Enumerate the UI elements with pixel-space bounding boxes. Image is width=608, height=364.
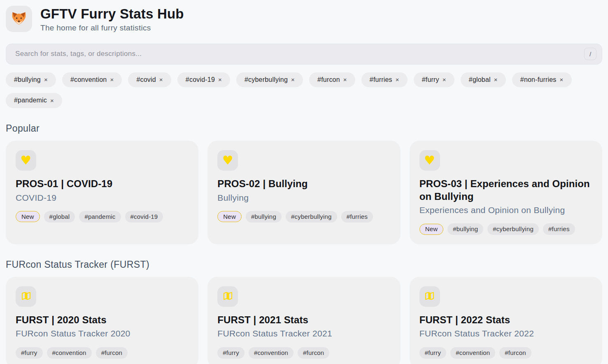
card-subtitle: FURcon Status Tracker 2020 [16,328,189,339]
card-title: FURST | 2022 Stats [419,314,592,326]
card-tag: #bullying [447,223,483,235]
card-tag-list: New #global#pandemic#covid-19 [16,211,189,223]
sections: Popular ♥ PROS-01 | COVID-19 COVID-19 Ne… [6,123,602,364]
stat-card[interactable]: ♥ PROS-03 | Experiences and Opinion on B… [410,141,602,244]
keyboard-shortcut-hint: / [584,48,596,60]
remove-filter-icon[interactable]: × [560,76,564,83]
map-icon [222,290,233,303]
remove-filter-icon[interactable]: × [110,76,114,83]
card-tag: #furry [16,347,43,359]
card-tag: #furcon [499,347,531,359]
card-icon-holder [217,286,238,307]
remove-filter-icon[interactable]: × [443,76,446,83]
remove-filter-icon[interactable]: × [159,76,163,83]
section: Popular ♥ PROS-01 | COVID-19 COVID-19 Ne… [6,123,602,244]
filter-chip-label: #furry [422,76,439,84]
page-title: GFTV Furry Stats Hub [40,6,184,22]
card-icon-holder [419,286,440,307]
filter-chip-label: #covid [136,76,156,84]
card-tag: #furry [419,347,447,359]
card-tag: #convention [450,347,495,359]
card-tag-list: #furry#convention#furcon [419,347,592,359]
card-title: FURST | 2020 Stats [16,314,189,326]
card-tag: #convention [47,347,92,359]
filter-chip-list: #bullying × #convention × #covid × #covi… [6,72,602,109]
card-subtitle: Experiences and Opinion on Bullying [419,205,592,216]
card-tag: #furry [217,347,245,359]
filter-chip[interactable]: #furry × [414,72,454,88]
filter-chip-label: #furries [370,76,392,84]
remove-filter-icon[interactable]: × [50,97,54,104]
card-tag: #furries [543,223,575,235]
card-tag-list: #furry#convention#furcon [16,347,189,359]
heart-icon: ♥ [222,154,233,167]
filter-chip[interactable]: #convention × [62,72,122,88]
title-block: GFTV Furry Stats Hub The home for all fu… [40,6,184,32]
card-grid: FURST | 2020 Stats FURcon Status Tracker… [6,277,602,364]
card-tag: #furries [341,211,373,223]
card-tag: #bullying [246,211,282,223]
stat-card[interactable]: FURST | 2021 Stats FURcon Status Tracker… [207,277,400,364]
stat-card[interactable]: ♥ PROS-01 | COVID-19 COVID-19 New #globa… [6,141,198,244]
filter-chip[interactable]: #covid × [128,72,171,88]
filter-chip[interactable]: #furries × [361,72,408,88]
card-tag: #convention [249,347,294,359]
filter-chip[interactable]: #covid-19 × [177,72,230,88]
search-bar: / [6,44,602,65]
card-title: PROS-02 | Bullying [217,178,390,190]
card-subtitle: FURcon Status Tracker 2021 [217,328,390,339]
card-title: PROS-01 | COVID-19 [16,178,189,190]
remove-filter-icon[interactable]: × [291,76,295,83]
card-tag-list: New #bullying#cyberbullying#furries [419,223,592,235]
new-badge: New [217,211,242,222]
card-subtitle: COVID-19 [16,192,189,203]
filter-chip-label: #global [469,76,491,84]
card-tag: #cyberbullying [286,211,337,223]
stat-card[interactable]: FURST | 2022 Stats FURcon Status Tracker… [410,277,602,364]
card-title: PROS-03 | Experiences and Opinion on Bul… [419,178,592,202]
card-title: FURST | 2021 Stats [217,314,390,326]
filter-chip-label: #covid-19 [186,76,215,84]
remove-filter-icon[interactable]: × [396,76,399,83]
map-icon [21,290,32,303]
app-logo [6,6,32,32]
card-tag: #furcon [298,347,329,359]
filter-chip-label: #furcon [317,76,340,84]
map-icon [424,290,435,303]
card-grid: ♥ PROS-01 | COVID-19 COVID-19 New #globa… [6,141,602,244]
remove-filter-icon[interactable]: × [494,76,498,83]
card-icon-holder [16,286,36,307]
filter-chip-label: #cyberbullying [245,76,288,84]
filter-chip[interactable]: #cyberbullying × [236,72,303,88]
card-subtitle: FURcon Status Tracker 2022 [419,328,592,339]
heart-icon: ♥ [424,154,435,167]
card-subtitle: Bullying [217,192,390,203]
app-header: GFTV Furry Stats Hub The home for all fu… [6,6,602,32]
new-badge: New [419,224,444,235]
card-tag-list: New #bullying#cyberbullying#furries [217,211,390,223]
remove-filter-icon[interactable]: × [343,76,347,83]
remove-filter-icon[interactable]: × [218,76,222,83]
card-tag: #covid-19 [125,211,163,223]
card-tag: #global [44,211,75,223]
section: FURcon Status Tracker (FURST) FURST | 20… [6,259,602,364]
filter-chip[interactable]: #furcon × [309,72,355,88]
heart-icon: ♥ [21,154,32,167]
filter-chip[interactable]: #global × [461,72,506,88]
filter-chip[interactable]: #bullying × [6,72,56,88]
stat-card[interactable]: ♥ PROS-02 | Bullying Bullying New #bully… [207,141,400,244]
card-tag-list: #furry#convention#furcon [217,347,390,359]
filter-chip-label: #pandemic [14,97,47,104]
card-icon-holder: ♥ [419,150,440,171]
filter-chip[interactable]: #non-furries × [512,72,572,88]
page-subtitle: The home for all furry statistics [40,23,184,32]
search-input[interactable] [15,50,584,58]
stat-card[interactable]: FURST | 2020 Stats FURcon Status Tracker… [6,277,198,364]
filter-chip[interactable]: #pandemic × [6,93,62,108]
card-icon-holder: ♥ [217,150,238,171]
section-title: Popular [6,123,602,134]
card-tag: #pandemic [79,211,121,223]
page: GFTV Furry Stats Hub The home for all fu… [0,0,608,364]
card-tag: #furcon [96,347,128,359]
remove-filter-icon[interactable]: × [44,76,48,83]
